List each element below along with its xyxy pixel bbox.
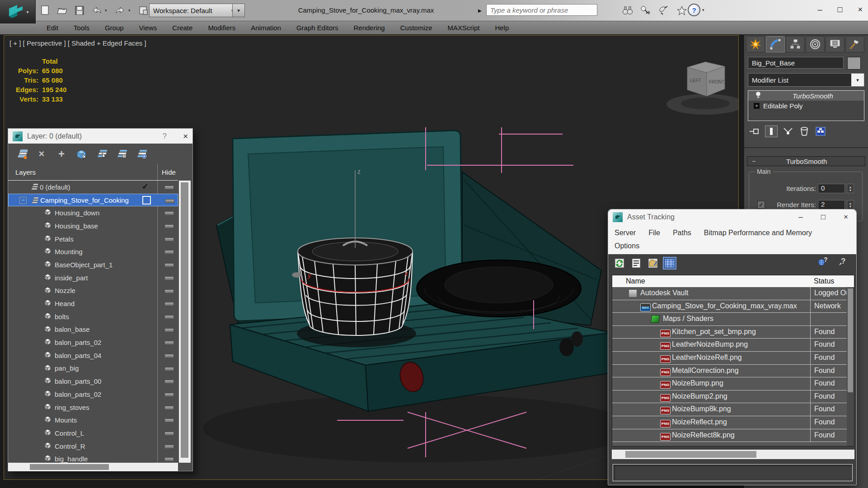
refresh-icon[interactable] [614, 258, 625, 269]
menu-group[interactable]: Group [97, 21, 131, 35]
layer-row[interactable]: Heand [8, 297, 178, 310]
stack-item-editable-poly[interactable]: + Editable Poly [748, 101, 864, 111]
context-help-icon[interactable]: ? [838, 256, 848, 268]
hide-toggle[interactable] [142, 234, 151, 243]
turbosmooth-rollout-header[interactable]: − TurboSmooth [747, 156, 865, 166]
object-color-swatch[interactable] [847, 57, 861, 70]
layer-row[interactable]: balon_parts_02 [8, 388, 178, 401]
asset-close-button[interactable]: × [844, 213, 848, 222]
viewport-label[interactable]: [ + ] [ Perspective ] [ Shaded + Edged F… [9, 39, 146, 47]
menu-customize[interactable]: Customize [393, 21, 440, 35]
menu-rendering[interactable]: Rendering [346, 21, 392, 35]
hide-toggle[interactable] [142, 273, 151, 282]
asset-menu-options[interactable]: Options [615, 240, 639, 252]
render-iters-checkbox[interactable]: ✓ [757, 201, 765, 209]
layer-row[interactable]: Control_L [8, 427, 178, 440]
layer-row[interactable]: − Camping_Stove_for_Cooking [8, 194, 178, 207]
freeze-toggle-icon[interactable] [164, 380, 174, 384]
freeze-toggle-icon[interactable] [164, 224, 174, 228]
pot-object-selected[interactable] [292, 238, 413, 335]
save-file-icon[interactable] [73, 5, 86, 16]
delete-layer-icon[interactable]: × [35, 148, 48, 160]
layer-row[interactable]: Nozzle [8, 284, 178, 297]
layer-row[interactable]: Housing_base [8, 219, 178, 232]
layer-row[interactable]: inside_part [8, 271, 178, 284]
hide-toggle[interactable] [142, 196, 151, 204]
maximize-button[interactable]: □ [838, 5, 843, 14]
pin-stack-icon[interactable] [749, 126, 760, 137]
tab-display[interactable] [826, 36, 845, 52]
name-column-header[interactable]: Name [626, 277, 645, 285]
freeze-toggle-icon[interactable] [164, 445, 174, 449]
layer-row[interactable]: Petals [8, 232, 178, 246]
tab-hierarchy[interactable] [786, 36, 805, 52]
stack-item-turbosmooth[interactable]: TurboSmooth [748, 91, 864, 101]
undo-dropdown-icon[interactable]: ▾ [105, 8, 109, 13]
select-objects-in-layer-icon[interactable] [75, 148, 88, 160]
iterations-spinner[interactable]: ▲▼ [847, 184, 854, 193]
make-unique-icon[interactable] [782, 126, 794, 137]
hide-toggle[interactable] [142, 389, 151, 398]
search-expand-icon[interactable]: ▶ [478, 5, 484, 15]
hide-toggle[interactable] [142, 221, 151, 230]
tab-modify[interactable] [766, 36, 785, 52]
asset-row[interactable]: MAX PNG LeatherNoizeBump.png Found [612, 339, 847, 352]
render-iters-spinner[interactable]: ▲▼ [847, 200, 854, 209]
freeze-toggle-icon[interactable] [164, 432, 174, 436]
layer-row[interactable]: 0 (default) ✓ [8, 181, 178, 194]
communication-center-icon[interactable] [658, 5, 670, 16]
asset-menu-bitmap-performance-and-memory[interactable]: Bitmap Performance and Memory [704, 227, 812, 239]
web-help-icon[interactable]: ? [817, 256, 828, 268]
asset-row[interactable]: MAX PNG NoizeBump2.png Found [612, 390, 847, 404]
freeze-toggle-icon[interactable] [164, 263, 174, 267]
layer-row[interactable]: Housing_down [8, 206, 178, 219]
tab-motion[interactable] [806, 36, 825, 52]
hide-toggle[interactable] [142, 208, 151, 217]
viewcube[interactable]: LEFT FRONT [666, 62, 738, 115]
layer-row[interactable]: Mounts [8, 414, 178, 427]
add-to-layer-icon[interactable]: + [55, 148, 68, 160]
project-folder-icon[interactable] [137, 5, 150, 16]
freeze-toggle-icon[interactable] [164, 315, 174, 319]
remove-modifier-icon[interactable] [798, 126, 810, 137]
layer-dialog-titlebar[interactable]: Layer: 0 (default) ? × [8, 129, 192, 144]
stack-expand-icon[interactable]: + [754, 103, 760, 109]
help-menu[interactable]: ? ▾ [688, 4, 709, 16]
freeze-toggle-icon[interactable] [164, 457, 174, 461]
hide-toggle[interactable] [142, 337, 151, 346]
tab-create[interactable] [746, 36, 765, 52]
layer-row[interactable]: Mounting [8, 245, 178, 258]
hide-toggle[interactable] [142, 428, 151, 437]
layer-row[interactable]: bolts [8, 310, 178, 323]
hide-toggle[interactable] [142, 363, 151, 372]
freeze-toggle-icon[interactable] [164, 211, 174, 215]
layer-vertical-scrollbar[interactable] [179, 181, 191, 463]
freeze-toggle-icon[interactable] [164, 328, 174, 332]
menu-tools[interactable]: Tools [66, 21, 97, 35]
hide-column-header[interactable]: Hide [162, 168, 176, 176]
layer-row[interactable]: big_handle [8, 452, 178, 463]
menu-graph-editors[interactable]: Graph Editors [289, 21, 346, 35]
control-knob-2[interactable] [571, 331, 583, 347]
hide-toggle[interactable] [142, 415, 151, 424]
object-name-field[interactable]: Big_Pot_Base [748, 57, 844, 69]
hide-toggle[interactable] [142, 260, 151, 269]
hide-toggle[interactable] [142, 454, 151, 463]
asset-dialog-titlebar[interactable]: Asset Tracking – □ × [608, 209, 856, 224]
asset-menu-file[interactable]: File [648, 227, 660, 239]
freeze-toggle-icon[interactable] [164, 341, 174, 345]
asset-row[interactable]: MAX PNG NoizeReflect8k.png Found [612, 429, 847, 442]
layer-properties-icon[interactable] [135, 148, 147, 160]
layer-row[interactable]: balon_parts_04 [8, 349, 178, 362]
render-iters-field[interactable]: 2 [818, 200, 845, 209]
open-file-icon[interactable] [56, 5, 69, 16]
freeze-toggle-icon[interactable] [164, 393, 174, 397]
freeze-toggle-icon[interactable] [164, 276, 174, 280]
sign-in-key-icon[interactable] [640, 5, 652, 16]
path-editor-icon[interactable] [647, 258, 659, 269]
menu-views[interactable]: Views [131, 21, 165, 35]
freeze-toggle-icon[interactable] [164, 354, 174, 358]
hide-toggle[interactable] [142, 246, 151, 256]
search-input[interactable] [486, 4, 597, 16]
highlight-selected-layer-icon[interactable] [115, 148, 127, 160]
